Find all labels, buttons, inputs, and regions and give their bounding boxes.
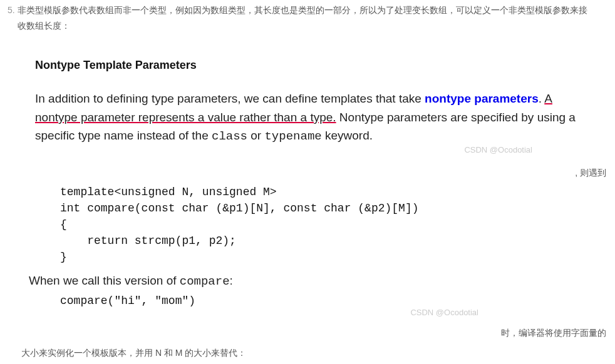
para2-t3: : (230, 274, 233, 287)
para2-compare: compare (180, 275, 230, 288)
trailing-text-1: , 则遇到 (575, 168, 606, 179)
watermark-text: CSDN @Ocodotial (464, 145, 532, 154)
list-text: 非类型模版参数代表数组而非一个类型，例如因为数组类型，其长度也是类型的一部分，所… (18, 3, 615, 34)
section-heading: Nontype Template Parameters (35, 59, 615, 72)
para1-typename-kw: typename (264, 129, 321, 143)
trailing-text-2: 时，编译器将使用字面量的 (501, 328, 606, 339)
watermark-text-2: CSDN @Ocodotial (410, 308, 478, 317)
para1-t3: . (539, 92, 545, 105)
paragraph-nontype: In addition to defining type parameters,… (35, 89, 580, 146)
para1-bold-blue: nontype parameters (425, 92, 539, 105)
list-item: 5. 非类型模版参数代表数组而非一个类型，例如因为数组类型，其长度也是类型的一部… (0, 0, 615, 34)
code-block-template: template<unsigned N, unsigned M> int com… (60, 184, 615, 265)
para2-t1: When we call this version of (29, 274, 180, 287)
code-call-compare: compare("hi", "mom") (60, 295, 615, 307)
para1-class-kw: class (212, 129, 247, 143)
continuation-text: 大小来实例化一个模板版本，并用 N 和 M 的大小来替代： (21, 348, 246, 359)
para1-t7: or (247, 129, 264, 142)
para1-t1: In addition to defining type parameters,… (35, 92, 425, 105)
paragraph-call: When we call this version of compare: (29, 274, 615, 288)
list-number: 5. (8, 3, 15, 18)
para1-t9: keyword. (322, 129, 373, 142)
